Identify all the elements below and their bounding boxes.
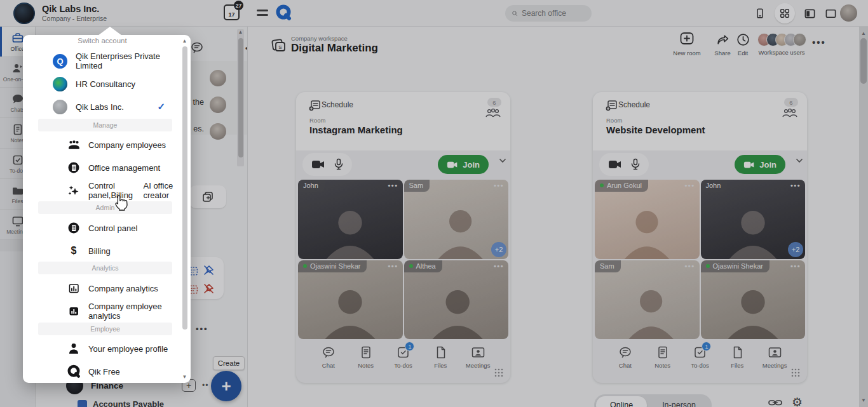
tool-meetings[interactable]: Meetings [758, 345, 791, 382]
scroll-up-icon[interactable]: ▲ [859, 30, 868, 36]
join-options-chevron-icon[interactable] [499, 158, 506, 163]
search-bar[interactable] [505, 5, 592, 22]
mobile-view-icon[interactable] [754, 7, 766, 20]
unpin-red-icon[interactable] [202, 283, 215, 295]
tool-files[interactable]: Files [424, 345, 457, 382]
tool-chat[interactable]: Chat [312, 345, 345, 382]
company-logo[interactable] [13, 3, 35, 24]
menu-item-company-analytics[interactable]: Company analytics [23, 277, 180, 300]
main-scrollbar[interactable]: ▲ ▼ [859, 27, 868, 407]
account-item-qik-enterprises[interactable]: Q Qik Enterprises Private Limited [23, 50, 180, 72]
menu-item-your-employee-profile[interactable]: Your employee profile [23, 337, 180, 360]
participants-icon[interactable] [780, 108, 799, 119]
meetings-icon [768, 345, 782, 359]
unpin-blue-icon[interactable] [202, 264, 215, 277]
menu-scrollbar[interactable]: ▲ ▼ [181, 38, 188, 380]
room-name[interactable]: Instagram Marketing [309, 124, 403, 135]
scroll-up-icon[interactable]: ▲ [237, 29, 244, 35]
menu-item-company-employee-analytics[interactable]: Company employee analytics [23, 300, 180, 323]
participant-tile[interactable]: John ••• [298, 180, 403, 259]
fullscreen-view-icon[interactable] [824, 7, 837, 20]
menu-item-office-management[interactable]: Office management [23, 156, 180, 179]
tool-notes[interactable]: Notes [646, 345, 679, 382]
tab-in-person[interactable]: In-person [648, 396, 710, 407]
message-avatar[interactable] [210, 97, 226, 113]
scroll-up-icon[interactable]: ▲ [181, 38, 188, 44]
resize-grid-icon[interactable] [494, 368, 504, 378]
new-item-button[interactable] [189, 185, 226, 208]
extra-participants-badge[interactable]: +2 [491, 242, 506, 257]
search-input[interactable] [522, 9, 585, 18]
menu-item-company-employees[interactable]: Company employees [23, 133, 180, 156]
message-avatar[interactable] [210, 70, 226, 86]
split-view-icon[interactable] [803, 7, 816, 20]
user-avatar[interactable] [840, 4, 857, 22]
qik-logo-icon[interactable] [275, 4, 292, 21]
account-item-qik-labs[interactable]: Qik Labs Inc. ✓ [23, 95, 180, 118]
settings-gear-icon[interactable]: ⚙ [792, 395, 803, 407]
participants-icon[interactable] [484, 108, 503, 119]
participant-tile[interactable]: Arun Gokul ••• [595, 180, 700, 259]
tile-more-icon[interactable]: ••• [684, 262, 695, 270]
panel-more-icon[interactable]: ••• [245, 43, 248, 53]
participant-tile[interactable]: Sam ••• +2 [404, 180, 509, 259]
create-fab[interactable]: + [211, 371, 241, 401]
accounts-payable-label[interactable]: Accounts Payable [93, 399, 164, 407]
schedule-label[interactable]: Schedule [322, 100, 353, 109]
online-dot [409, 264, 413, 268]
menu-item-qik-free[interactable]: Qik Free [23, 360, 180, 383]
tool-todos[interactable]: 1 To-dos [683, 345, 716, 382]
tile-more-icon[interactable]: ••• [494, 182, 504, 189]
extra-participants-badge[interactable]: +2 [788, 242, 803, 257]
tile-more-icon[interactable]: ••• [684, 182, 695, 189]
menu-item-billing[interactable]: $ Billing [23, 239, 180, 262]
tab-online[interactable]: Online [596, 396, 647, 407]
link-icon[interactable] [768, 396, 783, 407]
tool-todos[interactable]: 1 To-dos [386, 345, 419, 382]
tool-notes[interactable]: Notes [349, 345, 383, 382]
section-more-icon[interactable]: ••• [196, 324, 208, 333]
camera-icon[interactable] [608, 159, 622, 170]
camera-icon[interactable] [311, 159, 325, 170]
tile-more-icon[interactable]: ••• [790, 262, 801, 270]
menu-icon[interactable] [257, 10, 268, 18]
new-room-button[interactable]: New room [667, 30, 707, 57]
tile-more-icon[interactable]: ••• [388, 182, 398, 189]
mic-icon[interactable] [334, 158, 343, 171]
tile-more-icon[interactable]: ••• [790, 182, 801, 189]
company-name[interactable]: Qik Labs Inc. [42, 4, 99, 14]
mic-icon[interactable] [631, 158, 640, 171]
participant-tile[interactable]: Ojaswini Shekar ••• [298, 260, 403, 340]
account-item-hr-consultancy[interactable]: HR Consultancy [23, 72, 180, 95]
create-button[interactable]: Create [213, 356, 245, 370]
tool-meetings[interactable]: Meetings [461, 345, 494, 382]
finance-more-icon[interactable]: •• [202, 381, 208, 390]
room-name[interactable]: Website Development [606, 124, 705, 135]
tile-more-icon[interactable]: ••• [494, 262, 504, 270]
notes-icon [360, 345, 372, 359]
panel-scrollbar[interactable]: ▲ [237, 29, 244, 166]
mouse-cursor [113, 194, 128, 211]
tile-more-icon[interactable]: ••• [388, 262, 398, 270]
workspace-more-icon[interactable]: ••• [812, 37, 826, 48]
workspace-users-avatars [757, 33, 806, 46]
grid-view-icon[interactable] [775, 3, 795, 23]
tool-chat[interactable]: Chat [609, 345, 642, 382]
menu-item-control-panel[interactable]: Control panel [23, 217, 180, 239]
resize-grid-icon[interactable] [790, 368, 801, 378]
tool-files[interactable]: Files [721, 345, 754, 382]
join-button[interactable]: Join [438, 155, 489, 174]
scroll-down-icon[interactable]: ▼ [181, 374, 188, 380]
join-options-chevron-icon[interactable] [796, 158, 803, 163]
join-button[interactable]: Join [735, 155, 785, 174]
chat-bubble-icon[interactable] [190, 41, 204, 55]
participant-tile[interactable]: John ••• +2 [701, 180, 806, 259]
participant-tile[interactable]: Sam ••• [595, 260, 700, 340]
participant-tile[interactable]: Althea ••• [404, 260, 509, 340]
message-avatar[interactable] [210, 123, 226, 140]
workspace-users-button[interactable]: Workspace users [751, 33, 812, 56]
menu-item-ai-office-creator[interactable]: Control panel,Billing AI office creator [23, 179, 180, 202]
participant-tile[interactable]: Ojaswini Shekar ••• [701, 260, 806, 340]
scroll-down-icon[interactable]: ▼ [859, 397, 868, 403]
schedule-label[interactable]: Schedule [618, 100, 650, 109]
